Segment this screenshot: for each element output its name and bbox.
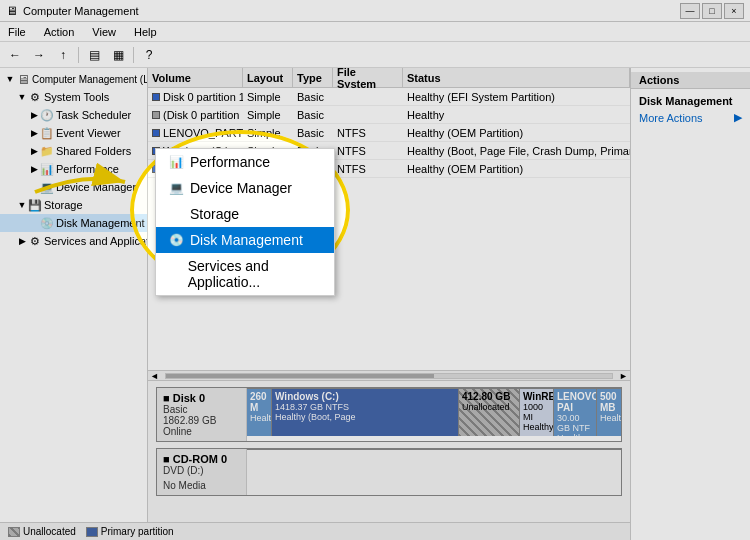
back-button[interactable]: ← (4, 45, 26, 65)
menu-view[interactable]: View (88, 24, 120, 40)
menu-action[interactable]: Action (40, 24, 79, 40)
more-actions-arrow: ▶ (734, 111, 742, 124)
tree-label-ev: Event Viewer (56, 127, 121, 139)
table-row[interactable]: LENOVO_PART Simple Basic NTFS Healthy (O… (148, 124, 630, 142)
cell-type: Basic (293, 91, 333, 103)
partition-name: WinRE (523, 391, 550, 402)
table-row[interactable]: Windows (C:) Simple Basic NTFS Healthy (… (148, 142, 630, 160)
scroll-left[interactable]: ◄ (148, 371, 161, 381)
volume-name: (Disk 0 partition 6) (163, 109, 243, 121)
legend-box-primary (86, 527, 98, 537)
tree-item-computer-management[interactable]: ▼ 🖥 Computer Management (Local) (0, 70, 147, 88)
right-panel-actions: Actions Disk Management More Actions ▶ (630, 68, 750, 540)
scroll-right[interactable]: ► (617, 371, 630, 381)
tree-item-storage[interactable]: ▼ 💾 Storage (0, 196, 147, 214)
tree-item-task-scheduler[interactable]: ▶ 🕐 Task Scheduler (0, 106, 147, 124)
performance-icon: 📊 (40, 162, 54, 176)
table-row[interactable]: (Disk 0 partition 6) Simple Basic Health… (148, 106, 630, 124)
horizontal-scrollbar[interactable]: ◄ ► (148, 370, 630, 380)
storage-icon: 💾 (28, 198, 42, 212)
expand-icon-ev: ▶ (28, 127, 40, 139)
expand-icon-dm (28, 181, 40, 193)
legend-box-unallocated (8, 527, 20, 537)
expand-icon-stor: ▼ (16, 199, 28, 211)
disk-0-title: ■ Disk 0 (163, 392, 240, 404)
minimize-button[interactable]: — (680, 3, 700, 19)
help-button[interactable]: ? (138, 45, 160, 65)
disk-0-status: Online (163, 426, 240, 437)
title-bar: 🖥 Computer Management — □ × (0, 0, 750, 22)
menu-file[interactable]: File (4, 24, 30, 40)
cdrom-0-info: ■ CD-ROM 0 DVD (D:) No Media (157, 449, 247, 495)
cell-layout: Simple (243, 109, 293, 121)
partition-name: LENOVO PAI (557, 391, 593, 413)
view-button[interactable]: ▤ (83, 45, 105, 65)
partition-name: Windows (C:) (275, 391, 455, 402)
up-button[interactable]: ↑ (52, 45, 74, 65)
cdrom-0-title: ■ CD-ROM 0 (163, 453, 240, 465)
maximize-button[interactable]: □ (702, 3, 722, 19)
col-header-layout[interactable]: Layout (243, 68, 293, 87)
cell-volume: (Disk 0 partition 6) (148, 109, 243, 121)
tree-root: ▼ 🖥 Computer Management (Local) ▼ ⚙ Syst… (0, 68, 147, 252)
close-button[interactable]: × (724, 3, 744, 19)
cell-status: Healthy (EFI System Partition) (403, 91, 630, 103)
tree-item-device-manager[interactable]: 💻 Device Manager (0, 178, 147, 196)
title-bar-left: 🖥 Computer Management (6, 4, 139, 18)
tree-label-stor: Storage (44, 199, 83, 211)
disk-color-indicator (152, 93, 160, 101)
view-button2[interactable]: ▦ (107, 45, 129, 65)
tree-item-disk-management[interactable]: 💿 Disk Management (0, 214, 147, 232)
col-header-fs[interactable]: File System (333, 68, 403, 87)
partition-winre[interactable]: WinRE 1000 MI Healthy (520, 389, 554, 436)
disk-area: ■ Disk 0 Basic 1862.89 GB Online 260 M H… (148, 380, 630, 540)
task-scheduler-icon: 🕐 (40, 108, 54, 122)
col-header-volume[interactable]: Volume (148, 68, 243, 87)
partition-status: Healthy (523, 422, 550, 432)
disk-0-info: ■ Disk 0 Basic 1862.89 GB Online (157, 388, 247, 441)
forward-button[interactable]: → (28, 45, 50, 65)
partition-size: 1000 MI (523, 402, 550, 422)
menu-help[interactable]: Help (130, 24, 161, 40)
partition-status: Healthy (250, 413, 268, 423)
disk-0-size: 1862.89 GB (163, 415, 240, 426)
disk-0-partitions: 260 M Healthy Windows (C:) 1418.37 GB NT… (247, 388, 621, 436)
col-header-type[interactable]: Type (293, 68, 333, 87)
event-viewer-icon: 📋 (40, 126, 54, 140)
tree-item-event-viewer[interactable]: ▶ 📋 Event Viewer (0, 124, 147, 142)
tree-item-system-tools[interactable]: ▼ ⚙ System Tools (0, 88, 147, 106)
scrollbar-thumb[interactable] (166, 374, 434, 378)
cdrom-0-type: DVD (D:) (163, 465, 240, 476)
expand-icon: ▼ (4, 73, 16, 85)
table-body: Disk 0 partition 1l Simple Basic Healthy… (148, 88, 630, 370)
partition-windows[interactable]: Windows (C:) 1418.37 GB NTFS Healthy (Bo… (272, 389, 459, 436)
tree-item-shared-folders[interactable]: ▶ 📁 Shared Folders (0, 142, 147, 160)
cdrom-0-status: No Media (163, 480, 240, 491)
partition-efi[interactable]: 260 M Healthy (247, 389, 272, 436)
col-header-status[interactable]: Status (403, 68, 630, 87)
partition-recovery[interactable]: 500 MB Healthy (597, 389, 621, 436)
tree-item-performance[interactable]: ▶ 📊 Performance (0, 160, 147, 178)
cell-layout: Simple (243, 91, 293, 103)
cell-volume: LENOVO_PART (148, 127, 243, 139)
partition-name: 500 MB (600, 391, 618, 413)
table-row[interactable]: WinRE_DRV Simple Basic NTFS Healthy (OEM… (148, 160, 630, 178)
cdrom-0-row: ■ CD-ROM 0 DVD (D:) No Media (157, 449, 621, 495)
partition-unallocated[interactable]: 412.80 GB Unallocated (459, 389, 520, 436)
tree-item-services[interactable]: ▶ ⚙ Services and Applications (0, 232, 147, 250)
volume-name: WinRE_DRV (163, 163, 226, 175)
toolbar: ← → ↑ ▤ ▦ ? (0, 42, 750, 68)
more-actions-button[interactable]: More Actions ▶ (631, 109, 750, 126)
system-tools-icon: ⚙ (28, 90, 42, 104)
app-icon: 🖥 (6, 4, 18, 18)
cell-layout: Simple (243, 163, 293, 175)
table-row[interactable]: Disk 0 partition 1l Simple Basic Healthy… (148, 88, 630, 106)
expand-icon-diskm (28, 217, 40, 229)
scrollbar-track[interactable] (165, 373, 613, 379)
partition-lenovo[interactable]: LENOVO PAI 30.00 GB NTF Healthy (OEM (554, 389, 597, 436)
disk-0-block: ■ Disk 0 Basic 1862.89 GB Online 260 M H… (156, 387, 622, 442)
title-bar-title: Computer Management (23, 5, 139, 17)
cell-status: Healthy (OEM Partition) (403, 127, 630, 139)
tree-label-perf: Performance (56, 163, 119, 175)
tree-label-svc: Services and Applications (44, 235, 148, 247)
